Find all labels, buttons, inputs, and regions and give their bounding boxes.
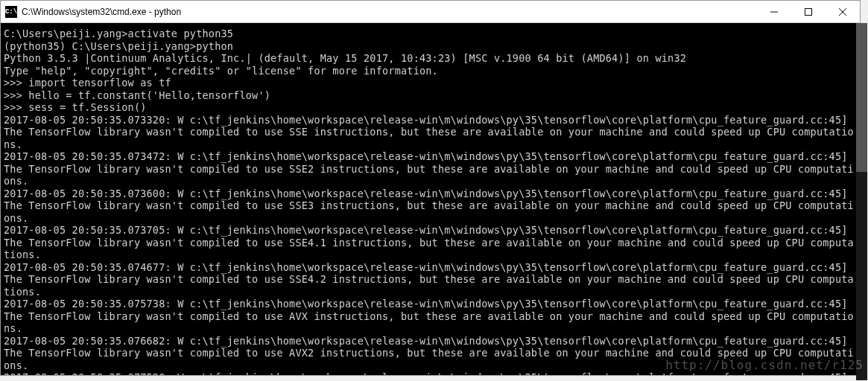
terminal-line: >>> hello = tf.constant('Hello,tensorflo… xyxy=(4,89,857,102)
terminal-line: (python35) C:\Users\peiji.yang>python xyxy=(4,40,857,53)
terminal-line: >>> sess = tf.Session() xyxy=(4,101,857,114)
minimize-button[interactable] xyxy=(757,1,791,23)
close-icon xyxy=(839,8,846,16)
minimize-icon xyxy=(770,8,778,16)
window-title: C:\Windows\system32\cmd.exe - python xyxy=(22,7,757,17)
terminal-line: >>> import tensorflow as tf xyxy=(4,77,857,89)
terminal-line: 2017-08-05 20:50:35.073600: W c:\tf_jenk… xyxy=(4,188,857,225)
window-controls xyxy=(757,1,860,23)
terminal-line: Type "help", "copyright", "credits" or "… xyxy=(4,65,857,77)
cmd-window: C:\ C:\Windows\system32\cmd.exe - python… xyxy=(0,0,861,376)
watermark-text: http://blog.csdn.net/r125 xyxy=(665,358,864,372)
terminal-line: C:\Users\peiji.yang>activate python35 xyxy=(4,28,857,40)
app-icon: C:\ xyxy=(5,6,17,18)
terminal-line: 2017-08-05 20:50:35.075738: W c:\tf_jenk… xyxy=(4,298,857,335)
terminal-line: Python 3.5.3 |Continuum Analytics, Inc.|… xyxy=(4,52,857,65)
svg-rect-1 xyxy=(805,8,812,15)
titlebar[interactable]: C:\ C:\Windows\system32\cmd.exe - python xyxy=(1,1,860,23)
vertical-scrollbar[interactable] xyxy=(856,23,867,380)
terminal-line: 2017-08-05 20:50:35.073472: W c:\tf_jenk… xyxy=(4,150,857,188)
maximize-icon xyxy=(805,8,812,16)
terminal-line: 2017-08-05 20:50:35.073705: W c:\tf_jenk… xyxy=(4,224,857,261)
scrollbar-thumb[interactable] xyxy=(856,23,867,172)
terminal-line: 2017-08-05 20:50:35.074677: W c:\tf_jenk… xyxy=(4,261,857,298)
close-button[interactable] xyxy=(826,1,860,23)
terminal-output[interactable]: C:\Users\peiji.yang>activate python35(py… xyxy=(1,23,860,375)
terminal-line: 2017-08-05 20:50:35.073320: W c:\tf_jenk… xyxy=(4,114,857,151)
maximize-button[interactable] xyxy=(791,1,826,23)
